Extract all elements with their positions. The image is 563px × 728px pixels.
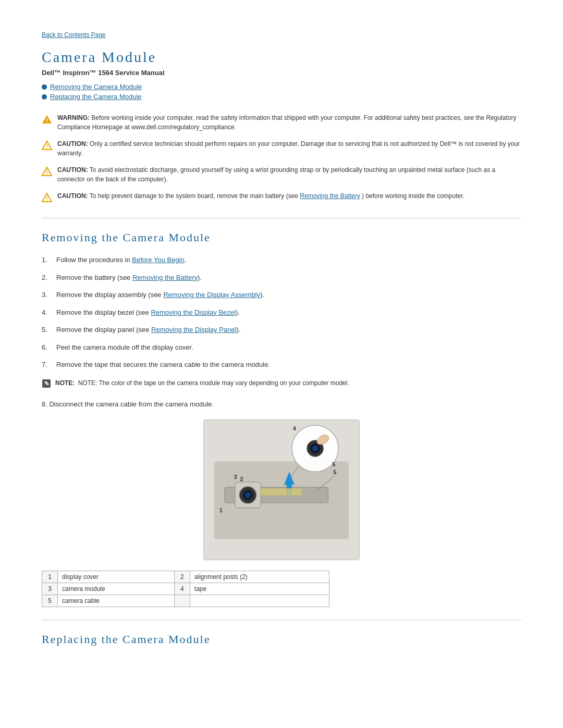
svg-text:5: 5	[333, 469, 336, 475]
svg-point-29	[313, 446, 318, 451]
svg-text:✎: ✎	[44, 380, 49, 387]
step-7: 7. Remove the tape that secures the came…	[42, 360, 521, 370]
step-2: 2. Remove the battery (see Removing the …	[42, 273, 521, 283]
svg-text:!: !	[46, 143, 48, 150]
svg-text:2: 2	[240, 476, 243, 482]
step5-link[interactable]: Removing the Display Panel	[151, 326, 236, 334]
step2-link[interactable]: Removing the Battery	[132, 274, 198, 281]
step-4: 4. Remove the display bezel (see Removin…	[42, 307, 521, 318]
caution-notice-1: ! CAUTION: Only a certified service tech…	[42, 139, 521, 158]
toc-link-removing[interactable]: Removing the Camera Module	[50, 83, 142, 91]
part-name-3: camera module	[58, 583, 175, 595]
part-name-4: tape	[190, 583, 329, 595]
part-name-2: alignment posts (2)	[190, 571, 329, 583]
part-num-2: 2	[174, 571, 190, 583]
caution-icon-1: !	[42, 140, 52, 151]
diagram-container: 1 2 3 4 5 4 5	[42, 419, 521, 560]
part-num-1: 1	[42, 571, 58, 583]
svg-text:!: !	[46, 117, 48, 124]
section-divider-1	[42, 218, 521, 218]
svg-rect-18	[261, 488, 302, 496]
step3-link[interactable]: Removing the Display Assembly	[163, 291, 260, 299]
step-1: 1. Follow the procedures in Before You B…	[42, 255, 521, 265]
warning-notice: ! WARNING: Before working inside your co…	[42, 113, 521, 132]
manual-title: Dell™ Inspiron™ 1564 Service Manual	[42, 69, 521, 77]
toc-list: Removing the Camera Module Replacing the…	[42, 83, 521, 101]
warning-icon: !	[42, 114, 52, 125]
caution-text-3: CAUTION: To help prevent damage to the s…	[57, 191, 464, 201]
table-row-2: 3 camera module 4 tape	[42, 583, 329, 595]
replacing-section-title: Replacing the Camera Module	[42, 633, 521, 646]
part-num-3: 3	[42, 583, 58, 595]
svg-text:!: !	[46, 195, 48, 202]
step1-link[interactable]: Before You Begin	[132, 256, 184, 264]
toc-bullet-removing	[42, 84, 47, 90]
parts-table: 1 display cover 2 alignment posts (2) 3 …	[42, 571, 329, 607]
svg-text:!: !	[46, 169, 48, 176]
step-5: 5. Remove the display panel (see Removin…	[42, 325, 521, 335]
svg-text:1: 1	[219, 507, 223, 513]
toc-item-replacing: Replacing the Camera Module	[42, 93, 521, 101]
caution-text-2: CAUTION: To avoid electrostatic discharg…	[57, 165, 521, 184]
warning-text: WARNING: Before working inside your comp…	[57, 113, 521, 132]
note-box: ✎ NOTE: NOTE: The color of the tape on t…	[42, 378, 521, 391]
page-title: Camera Module	[42, 49, 521, 66]
table-row-3: 5 camera cable	[42, 595, 329, 607]
part-num-5: 5	[42, 595, 58, 607]
step-3: 3. Remove the display assembly (see Remo…	[42, 290, 521, 300]
caution-icon-3: !	[42, 192, 52, 203]
part-num-4: 4	[174, 583, 190, 595]
step-6: 6. Peel the camera module off the displa…	[42, 342, 521, 353]
svg-text:5: 5	[332, 461, 335, 467]
part-name-1: display cover	[58, 571, 175, 583]
back-to-contents-link[interactable]: Back to Contents Page	[42, 31, 521, 39]
removing-section-title: Removing the Camera Module	[42, 231, 521, 244]
toc-item-removing: Removing the Camera Module	[42, 83, 521, 91]
section-divider-2	[42, 620, 521, 620]
caution-notice-2: ! CAUTION: To avoid electrostatic discha…	[42, 165, 521, 184]
caution-battery-link[interactable]: Removing the Battery	[300, 192, 360, 200]
svg-text:4: 4	[293, 425, 296, 431]
svg-text:3: 3	[234, 474, 237, 480]
caution-notice-3: ! CAUTION: To help prevent damage to the…	[42, 191, 521, 205]
note-icon: ✎	[42, 379, 51, 388]
toc-link-replacing[interactable]: Replacing the Camera Module	[50, 93, 142, 101]
camera-module-diagram: 1 2 3 4 5 4 5	[203, 419, 360, 560]
part-name-5: camera cable	[58, 595, 175, 607]
caution-icon-2: !	[42, 166, 52, 177]
svg-point-15	[246, 492, 251, 498]
note-text: NOTE: NOTE: The color of the tape on the…	[55, 378, 349, 388]
step4-link[interactable]: Removing the Display Bezel	[151, 309, 236, 316]
table-row-1: 1 display cover 2 alignment posts (2)	[42, 571, 329, 583]
caution-text-1: CAUTION: Only a certified service techni…	[57, 139, 521, 158]
step-8: 8. Disconnect the camera cable from the …	[42, 399, 521, 410]
toc-bullet-replacing	[42, 94, 47, 100]
